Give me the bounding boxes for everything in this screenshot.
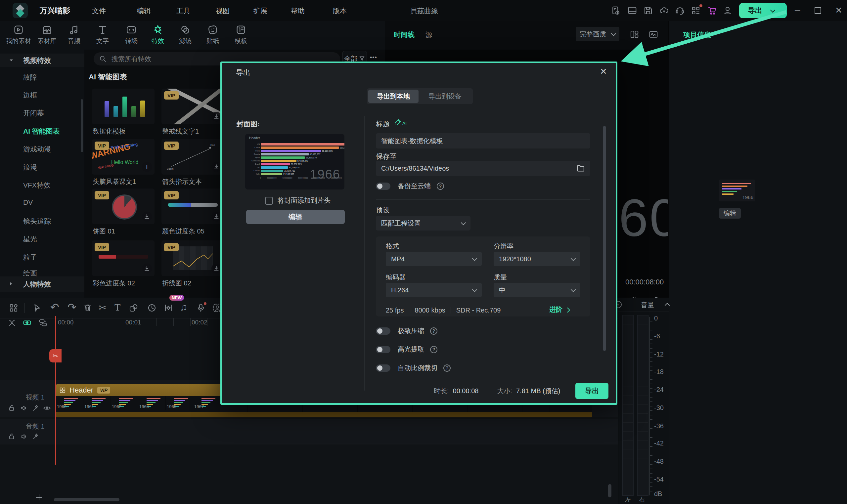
category-opening-closing[interactable]: 开闭幕 — [23, 108, 44, 118]
title-input[interactable]: 智能图表-数据化模板 — [376, 133, 590, 148]
video-track-mute-icon[interactable] — [20, 404, 28, 413]
effect-card-color-progress[interactable]: VIP 颜色进度条 05 — [161, 188, 224, 237]
add-cover-checkbox-row[interactable]: 将封面添加到片头 — [265, 196, 331, 205]
mask-shapes-icon[interactable] — [128, 303, 138, 314]
tab-my-media[interactable]: 我的素材 — [5, 24, 32, 45]
effect-card-line-chart[interactable]: VIP 折线图 02 — [161, 240, 224, 289]
add-to-timeline-icon[interactable]: + — [142, 162, 152, 172]
category-romance[interactable]: 浪漫 — [23, 163, 37, 172]
collapse-caret-icon[interactable] — [10, 59, 13, 61]
timeline-h-scrollbar[interactable] — [54, 498, 120, 501]
menu-extensions[interactable]: 扩展 — [253, 6, 267, 16]
expand-caret-icon[interactable] — [10, 282, 12, 285]
ai-voice-icon[interactable] — [196, 303, 206, 314]
menu-view[interactable]: 视图 — [216, 6, 230, 16]
download-icon[interactable] — [211, 264, 221, 273]
unlink-clips-icon[interactable] — [7, 318, 17, 329]
sidebar-scrollbar[interactable] — [81, 99, 83, 152]
download-icon[interactable] — [211, 112, 221, 122]
audio-track-wand-icon[interactable] — [32, 433, 40, 442]
timeline-v-scrollbar[interactable] — [608, 484, 612, 498]
checkbox[interactable] — [265, 197, 273, 205]
category-group-video-effects[interactable]: 视频特效 — [0, 54, 84, 67]
speed-clock-icon[interactable] — [147, 303, 157, 314]
advanced-link[interactable]: 进阶 — [549, 305, 569, 314]
menu-help[interactable]: 帮助 — [291, 6, 305, 16]
auto-crop-toggle[interactable] — [376, 364, 390, 372]
tab-export-local[interactable]: 导出到本地 — [368, 90, 419, 103]
effect-card-arrow-text[interactable]: Begin End VIP 箭头指示文本 — [161, 139, 224, 188]
highlight-extract-toggle[interactable] — [376, 346, 390, 353]
help-icon[interactable]: ? — [443, 364, 451, 372]
cloud-backup-toggle[interactable] — [376, 183, 390, 190]
tab-effects[interactable]: 特效 — [145, 24, 171, 45]
dialog-export-button[interactable]: 导出 — [575, 383, 608, 399]
tab-export-device[interactable]: 导出到设备 — [420, 90, 470, 103]
audio-track-lock-icon[interactable] — [8, 433, 16, 442]
preset-dropdown[interactable]: 匹配工程设置 — [376, 216, 471, 231]
tab-source-view[interactable]: 源 — [425, 30, 433, 39]
tab-audio[interactable]: 音频 — [61, 24, 87, 45]
download-icon[interactable] — [211, 212, 221, 221]
menu-version[interactable]: 版本 — [333, 6, 347, 16]
effect-card-pie-chart[interactable]: VIP 饼图 01 — [92, 188, 155, 237]
quality-dropdown[interactable]: 中 — [494, 283, 580, 297]
select-tool-icon[interactable] — [32, 303, 42, 314]
encoder-dropdown[interactable]: H.264 — [386, 283, 482, 297]
effect-card-red-progress[interactable]: VIP 彩色进度条 02 — [92, 240, 155, 289]
max-compression-toggle[interactable] — [376, 327, 390, 335]
ai-title-icon[interactable]: AI — [394, 118, 407, 126]
menu-edit[interactable]: 编辑 — [137, 6, 151, 16]
project-cover-edit-button[interactable]: 编辑 — [719, 208, 741, 219]
tab-filters[interactable]: 滤镜 — [172, 24, 198, 45]
audio-tool-icon[interactable]: ♫ — [180, 302, 188, 313]
audio-track-mute-icon[interactable] — [20, 433, 28, 442]
category-glitch[interactable]: 故障 — [23, 73, 37, 82]
add-track-plus-icon[interactable] — [34, 493, 44, 503]
category-dv[interactable]: DV — [23, 198, 33, 206]
dialog-close-icon[interactable]: ✕ — [600, 67, 607, 77]
tab-stock-media[interactable]: 素材库 — [34, 24, 60, 45]
text-tool-icon[interactable]: T — [114, 302, 120, 313]
playhead-line[interactable] — [55, 316, 56, 465]
asset-blocks-icon[interactable] — [8, 303, 19, 314]
download-icon[interactable] — [142, 264, 152, 273]
category-starlight[interactable]: 星光 — [23, 234, 37, 244]
resolution-dropdown[interactable]: 1920*1080 — [494, 252, 580, 266]
category-particles[interactable]: 粒子 — [23, 253, 37, 262]
format-dropdown[interactable]: MP4 — [386, 252, 482, 266]
help-icon[interactable]: ? — [430, 346, 437, 353]
video-track-wand-icon[interactable] — [32, 404, 40, 413]
category-ai-smart-chart[interactable]: AI 智能图表 — [23, 127, 60, 136]
track-manage-icon[interactable] — [38, 318, 48, 329]
playback-quality-dropdown[interactable]: 完整画质 — [576, 27, 619, 41]
undo-icon[interactable]: ↶ — [50, 301, 59, 313]
tab-transitions[interactable]: 转场 — [118, 24, 145, 45]
save-path-input[interactable]: C:/Users/86134/Videos — [376, 161, 590, 176]
tab-templates[interactable]: 模板 — [228, 24, 254, 45]
effect-card-data-template[interactable]: 数据化模板 — [92, 89, 155, 138]
more-options-button[interactable]: ••• — [370, 54, 377, 61]
video-track-lock-icon[interactable] — [8, 404, 16, 413]
category-motion-tracking[interactable]: 镜头追踪 — [23, 217, 51, 226]
dialog-scrollbar[interactable] — [603, 126, 606, 351]
download-icon[interactable] — [211, 162, 221, 172]
redo-icon[interactable]: ↷ — [68, 301, 76, 313]
effect-card-caution-tape[interactable]: VIP 警戒线文字1 — [161, 89, 224, 138]
category-game-anime[interactable]: 游戏动漫 — [23, 145, 51, 154]
tab-stickers[interactable]: 贴纸 — [199, 24, 226, 45]
tab-timeline-view[interactable]: 时间线 — [394, 30, 414, 39]
playhead-split-handle[interactable]: ✂ — [49, 349, 61, 362]
category-group-character-effects[interactable]: 人物特效 — [0, 276, 84, 292]
menu-tools[interactable]: 工具 — [176, 6, 190, 16]
effect-card-brainstorm[interactable]: WARNING BrainStorming Hello World WARNIN… — [92, 139, 155, 188]
link-clips-icon[interactable] — [22, 318, 32, 329]
help-icon[interactable]: ? — [430, 327, 437, 335]
window-close-button[interactable]: ✕ — [835, 5, 842, 16]
help-icon[interactable]: ? — [437, 183, 444, 190]
keyframe-tool-icon[interactable] — [163, 303, 173, 314]
window-restore-button[interactable] — [815, 7, 821, 14]
category-vfx[interactable]: VFX特效 — [23, 181, 51, 190]
download-icon[interactable] — [142, 212, 152, 221]
folder-browse-icon[interactable] — [576, 164, 585, 173]
